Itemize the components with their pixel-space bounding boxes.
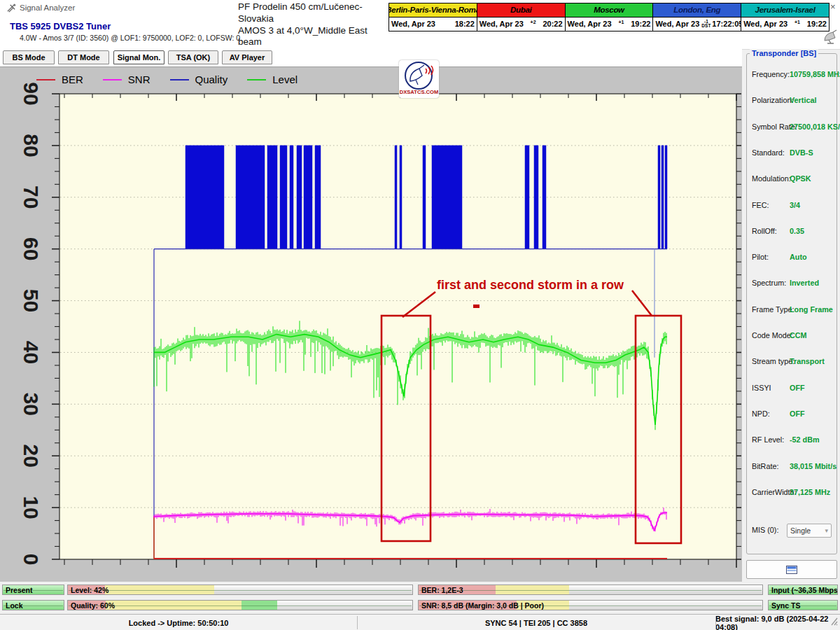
satellite-dish-icon [822, 28, 839, 45]
tp-label-12: ISSYI [752, 384, 771, 392]
clock-2: MoscowWed, Apr 23+119:22 [566, 4, 654, 31]
tp-label-14: RF Level: [752, 435, 784, 444]
world-clocks: Berlin-Paris-Vienna-RomaWed, Apr 2318:22… [388, 3, 830, 31]
chart-panel: BERSNRQualityLevel 0102030405060708090fi… [0, 66, 742, 582]
tab-signal-mon-[interactable]: Signal Mon. [113, 50, 164, 64]
storm-annotation-text: first and second storm in a row [437, 278, 624, 292]
quality-block [297, 146, 302, 249]
clock-dst-label: DST [701, 24, 710, 29]
tab-bar: BS ModeDT ModeSignal Mon.TSA (OK)AV Play… [0, 49, 742, 66]
quality-block [665, 146, 667, 249]
signal-chart: 0102030405060708090first and second stor… [0, 67, 742, 582]
clock-0: Berlin-Paris-Vienna-RomaWed, Apr 2318:22 [389, 4, 477, 31]
tp-label-10: Code Mode: [752, 331, 793, 340]
tab-dt-mode[interactable]: DT Mode [58, 50, 109, 64]
chevron-down-icon: ▾ [825, 527, 828, 534]
clock-time-row: Wed, Apr 23-1DST17:22:05 [653, 18, 741, 31]
snr-bar: SNR: 8,5 dB (Margin: 3,0 dB | Poor) [418, 600, 763, 610]
clock-date: Wed, Apr 23 [479, 20, 524, 28]
resize-grip[interactable] [830, 617, 839, 626]
clock-time: 20:22 [542, 20, 562, 28]
mis-dropdown[interactable]: Single▾ [787, 524, 832, 538]
status-sync: SYNC 54 | TEI 205 | CC 3858 [357, 615, 715, 630]
input-label: Input (~36,35 Mbps) [771, 586, 838, 594]
tp-value-3: DVB-S [790, 148, 813, 157]
quality-block [542, 146, 546, 249]
quality-block [280, 146, 287, 249]
present-bar: Present [2, 584, 64, 595]
tp-value-9: Long Frame [790, 305, 833, 314]
tp-label-4: Modulation: [752, 174, 791, 183]
y-axis-label: 40 [20, 341, 43, 364]
tp-label-15: BitRate: [752, 462, 778, 470]
input-bar: Input (~36,35 Mbps) [768, 584, 838, 595]
quality-bar: Quality: 60% [67, 600, 413, 610]
clock-date: Wed, Apr 23 [568, 20, 612, 28]
site-line-1: PF Prodelin 450 cm/Lučenec-Slovakia [238, 1, 388, 25]
clock-time: 19:22 [631, 20, 650, 28]
close-icon[interactable]: × [830, 1, 836, 12]
clock-time: 19:22 [807, 20, 827, 28]
status-divider [715, 616, 716, 629]
clock-city: Dubai [477, 4, 565, 18]
mis-label: MIS (0): [752, 526, 778, 534]
clock-city: Berlin-Paris-Vienna-Roma [389, 4, 477, 18]
status-uptime: Locked -> Uptime: 50:50:10 [0, 615, 357, 630]
tp-value-12: OFF [790, 384, 805, 392]
clock-3: London, EngWed, Apr 23-1DST17:22:05 [653, 4, 741, 31]
tp-value-15: 38,015 Mbit/s [790, 462, 836, 470]
clock-city: Moscow [566, 4, 653, 18]
present-label: Present [6, 586, 33, 594]
quality-block [662, 146, 664, 249]
tab-av-player[interactable]: AV Player [222, 50, 272, 64]
tp-label-5: FEC: [752, 201, 769, 209]
quality-block [525, 146, 529, 249]
satellite-app-icon [6, 3, 17, 13]
clock-offset: +1 [618, 20, 624, 24]
clock-date: Wed, Apr 23 [391, 20, 435, 28]
quality-label: Quality: 60% [71, 601, 115, 610]
clock-time-row: Wed, Apr 23+220:22 [477, 18, 565, 31]
tp-value-1: Vertical [790, 96, 816, 104]
quality-block [658, 146, 660, 249]
clock-time-row: Wed, Apr 23+119:22 [741, 18, 829, 31]
tab-tsa-ok-[interactable]: TSA (OK) [168, 50, 218, 64]
tp-label-9: Frame Type: [752, 305, 794, 314]
y-axis-label: 80 [20, 134, 43, 157]
quality-block [304, 146, 312, 249]
clock-time: 17:22:05 [712, 20, 743, 28]
bar-groove [69, 590, 412, 591]
clock-offset-dst: -1DST [701, 20, 710, 29]
tp-label-11: Stream type: [752, 357, 794, 365]
quality-block [186, 146, 224, 249]
lock-bar: Lock [2, 600, 64, 610]
clock-city: Jerusalem-Israel [741, 4, 829, 18]
clock-offset: +2 [531, 20, 536, 24]
logo-text: DXSATCS.COM [400, 89, 439, 95]
quality-block [534, 146, 538, 249]
ber-label: BER: 1,2E-3 [421, 586, 463, 594]
quality-block [400, 146, 402, 249]
clock-time-row: Wed, Apr 23+119:22 [566, 18, 653, 31]
y-axis-label: 90 [20, 82, 43, 105]
bar-groove [419, 590, 762, 591]
sync-bar: Sync TS [768, 600, 838, 610]
clock-date: Wed, Apr 23 [743, 20, 788, 28]
tp-value-5: 3/4 [790, 201, 800, 209]
tuner-subtitle: 4.0W - Amos 3/7 (ID: 3560) @ LOF1: 97500… [20, 34, 240, 42]
tab-bs-mode[interactable]: BS Mode [3, 50, 55, 64]
tp-label-8: Spectrum: [752, 279, 786, 287]
tp-value-0: 10759,858 MHz [790, 70, 840, 78]
side-action-button[interactable] [746, 560, 837, 579]
y-axis-label: 70 [20, 186, 43, 209]
site-line-2: AMOS 3 at 4,0°W_Middle East beam [238, 25, 388, 49]
clock-offset: +1 [794, 20, 800, 24]
status-divider [357, 616, 358, 629]
tp-value-13: OFF [790, 410, 805, 418]
annotation-dash [473, 304, 479, 308]
tp-label-1: Polarization: [752, 96, 793, 104]
tp-value-16: 37,125 MHz [790, 488, 830, 496]
quality-block [423, 146, 426, 249]
tp-value-10: CCM [790, 331, 807, 340]
level-label: Level: 42% [71, 586, 108, 594]
